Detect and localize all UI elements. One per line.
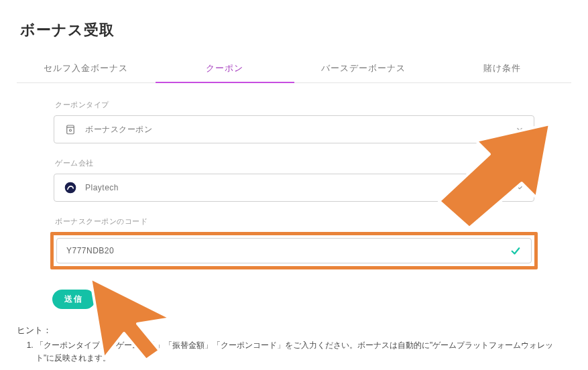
coupon-icon (64, 123, 77, 136)
chevron-down-icon (515, 125, 524, 134)
tab-coupon[interactable]: クーポン (156, 57, 294, 82)
checkmark-icon (510, 245, 522, 257)
svg-point-2 (65, 182, 76, 194)
game-company-value: Playtech (85, 183, 515, 192)
submit-button[interactable]: 送信 (52, 290, 95, 309)
svg-point-1 (70, 129, 72, 131)
tabs-bar: セルフ入金ボーナス クーポン バースデーボーナス 賭け条件 (17, 57, 571, 83)
tab-wager-conditions[interactable]: 賭け条件 (432, 57, 571, 82)
game-company-label: ゲーム会社 (55, 158, 534, 168)
coupon-type-select[interactable]: ボーナスクーポン (54, 115, 534, 143)
tab-birthday-bonus[interactable]: バースデーボーナス (294, 57, 433, 82)
page-title: ボーナス受取 (20, 20, 571, 40)
hint-item: 「クーポンタイプ」「ゲーム会社」「振替金額」「クーポンコード」をご入力ください。… (36, 339, 571, 365)
game-company-select[interactable]: Playtech (54, 174, 534, 202)
coupon-type-label: クーポンタイプ (55, 100, 534, 110)
bonus-code-input[interactable]: Y777NDB20 (56, 238, 532, 263)
playtech-logo-icon (64, 181, 77, 194)
hints-title: ヒント： (17, 324, 571, 336)
hints-section: ヒント： 「クーポンタイプ」「ゲーム会社」「振替金額」「クーポンコード」をご入力… (17, 324, 571, 365)
annotation-highlight-rect: Y777NDB20 (50, 232, 538, 269)
bonus-code-label: ボーナスクーポンのコード (55, 217, 534, 227)
coupon-type-value: ボーナスクーポン (85, 124, 515, 135)
tab-self-deposit-bonus[interactable]: セルフ入金ボーナス (17, 57, 156, 82)
bonus-code-value: Y777NDB20 (66, 246, 510, 255)
chevron-down-icon (515, 183, 524, 192)
